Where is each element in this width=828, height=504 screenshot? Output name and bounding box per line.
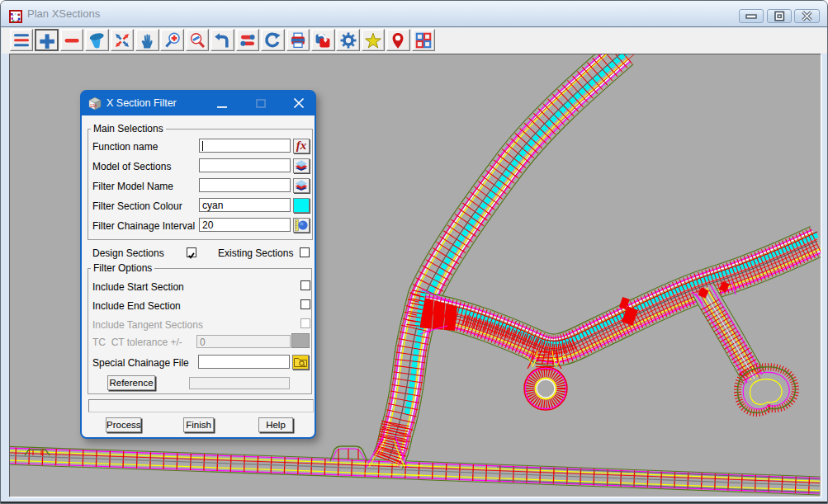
svg-text:12d: 12d (90, 103, 97, 108)
